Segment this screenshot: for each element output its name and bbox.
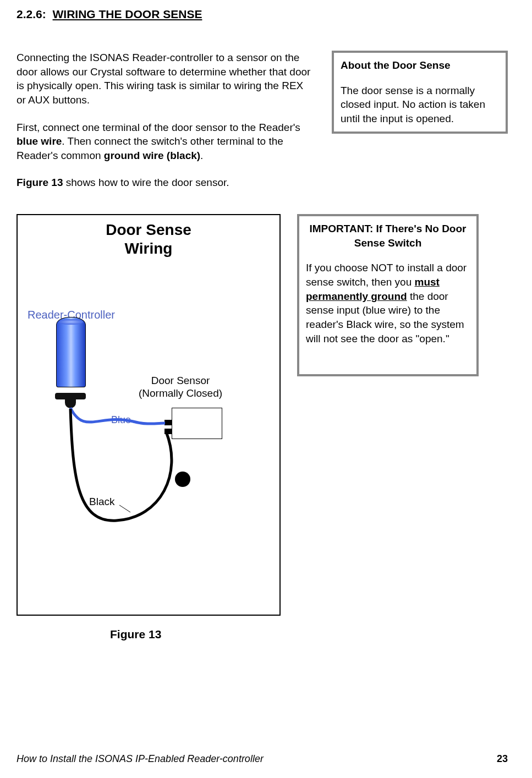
callout1-title: About the Door Sense	[341, 58, 499, 73]
important-callout: IMPORTANT: If There's No Door Sense Swit…	[297, 214, 479, 376]
section-title: WIRING THE DOOR SENSE	[53, 8, 202, 20]
black-wire-path	[70, 409, 172, 521]
black-wire-node	[175, 472, 190, 487]
p3-figure-ref: Figure 13	[17, 177, 63, 188]
intro-text-column: Connecting the ISONAS Reader-controller …	[17, 51, 315, 203]
callout-column-top: About the Door Sense The door sense is a…	[332, 51, 508, 150]
p2-bold-ground: ground wire (black)	[104, 150, 200, 161]
svg-line-1	[119, 505, 130, 512]
p3-run-b: shows how to wire the door sensor.	[63, 177, 229, 188]
p2-run-e: .	[200, 150, 203, 161]
callout2-title: IMPORTANT: If There's No Door Sense Swit…	[306, 222, 470, 250]
page: 2.2.6: WIRING THE DOOR SENSE Connecting …	[0, 0, 532, 778]
callout-column-bottom: IMPORTANT: If There's No Door Sense Swit…	[297, 214, 479, 393]
figure-row: Door Sense Wiring Reader-Controller Door…	[17, 214, 508, 641]
page-footer: How to Install the ISONAS IP-Enabled Rea…	[17, 753, 508, 765]
wiring-svg	[18, 215, 279, 615]
paragraph-2: First, connect one terminal of the door …	[17, 120, 315, 163]
callout1-text: The door sense is a normally closed inpu…	[341, 85, 485, 124]
footer-text: How to Install the ISONAS IP-Enabled Rea…	[17, 753, 264, 765]
about-door-sense-callout: About the Door Sense The door sense is a…	[332, 51, 508, 134]
section-heading: 2.2.6: WIRING THE DOOR SENSE	[17, 8, 508, 21]
figure-13-diagram: Door Sense Wiring Reader-Controller Door…	[17, 214, 281, 616]
page-number: 23	[497, 753, 508, 765]
callout2-run-a: If you choose NOT to install a door sens…	[306, 262, 467, 288]
p2-run-a: First, connect one terminal of the door …	[17, 122, 300, 133]
paragraph-3: Figure 13 shows how to wire the door sen…	[17, 176, 315, 190]
intro-row: Connecting the ISONAS Reader-controller …	[17, 51, 508, 203]
blue-wire-path	[70, 408, 165, 424]
figure-column: Door Sense Wiring Reader-Controller Door…	[17, 214, 281, 641]
figure-caption: Figure 13	[110, 628, 281, 641]
p2-bold-blue: blue wire	[17, 135, 62, 147]
paragraph-1: Connecting the ISONAS Reader-controller …	[17, 51, 315, 107]
section-number: 2.2.6:	[17, 8, 46, 20]
